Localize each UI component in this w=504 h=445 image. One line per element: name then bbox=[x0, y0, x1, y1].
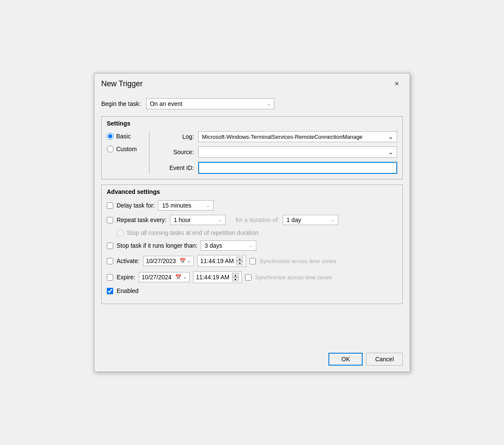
stop-longer-row: Stop task if it runs longer than: 3 days… bbox=[107, 240, 397, 251]
repeat-task-value: 1 hour bbox=[174, 217, 191, 223]
event-id-row: Event ID: 20521 bbox=[160, 162, 397, 174]
expire-label: Expire: bbox=[117, 274, 135, 281]
for-duration-value: 1 day bbox=[287, 217, 301, 223]
activate-checkbox[interactable] bbox=[107, 258, 113, 264]
begin-task-value: On an event bbox=[150, 100, 182, 107]
chevron-down-icon: ⌄ bbox=[267, 102, 270, 106]
log-dropdown[interactable]: Microsoft-Windows-TerminalServices-Remot… bbox=[198, 131, 397, 142]
activate-date-value: 10/27/2023 bbox=[146, 258, 176, 264]
repeat-task-select[interactable]: 1 hour ⌄ bbox=[170, 215, 226, 225]
expire-date-value: 10/27/2024 bbox=[142, 274, 172, 281]
dialog-title: New Trigger bbox=[101, 79, 143, 88]
expire-date-input[interactable]: 10/27/2024 📅 ⌄ bbox=[139, 272, 190, 282]
title-bar: New Trigger × bbox=[94, 73, 410, 93]
advanced-settings-box: Advanced settings Delay task for: 15 min… bbox=[101, 184, 403, 304]
source-label: Source: bbox=[160, 149, 194, 155]
activate-time-input[interactable]: 11:44:19 AM ▲ ▼ bbox=[197, 255, 246, 267]
repeat-task-row: Repeat task every: 1 hour ⌄ for a durati… bbox=[107, 215, 397, 225]
close-button[interactable]: × bbox=[391, 78, 403, 90]
delay-task-label: Delay task for: bbox=[117, 202, 155, 209]
expire-checkbox[interactable] bbox=[107, 274, 113, 281]
expire-spin-up-icon[interactable]: ▲ bbox=[232, 273, 239, 277]
delay-task-checkbox[interactable] bbox=[107, 202, 113, 209]
radio-custom-input[interactable] bbox=[107, 146, 114, 152]
expire-calendar-icon[interactable]: 📅 bbox=[175, 274, 182, 280]
advanced-legend: Advanced settings bbox=[107, 188, 397, 195]
for-duration-label: for a duration of: bbox=[236, 217, 279, 223]
expire-row: Expire: 10/27/2024 📅 ⌄ 11:44:19 AM ▲ ▼ S… bbox=[107, 271, 397, 283]
delay-task-value: 15 minutes bbox=[162, 202, 191, 209]
activate-sync-checkbox[interactable] bbox=[249, 258, 256, 264]
enabled-checkbox[interactable] bbox=[107, 288, 113, 294]
expire-sync-label: Synchronize across time zones bbox=[255, 274, 332, 281]
expire-time-spinner[interactable]: ▲ ▼ bbox=[232, 273, 239, 281]
calendar-icon[interactable]: 📅 bbox=[179, 258, 186, 264]
delay-task-select[interactable]: 15 minutes ⌄ bbox=[158, 200, 214, 211]
log-value: Microsoft-Windows-TerminalServices-Remot… bbox=[202, 134, 363, 140]
repeat-chevron-icon: ⌄ bbox=[218, 218, 222, 222]
expire-time-input[interactable]: 11:44:19 AM ▲ ▼ bbox=[193, 271, 242, 283]
fields-column: Log: Microsoft-Windows-TerminalServices-… bbox=[149, 131, 397, 174]
expire-sync-checkbox[interactable] bbox=[245, 274, 252, 281]
delay-task-row: Delay task for: 15 minutes ⌄ bbox=[107, 200, 397, 211]
stop-longer-chevron-icon: ⌄ bbox=[249, 243, 252, 248]
activate-label: Activate: bbox=[117, 258, 140, 264]
begin-task-row: Begin the task: On an event ⌄ bbox=[101, 97, 403, 111]
activate-row: Activate: 10/27/2023 📅 ⌄ 11:44:19 AM ▲ ▼… bbox=[107, 255, 397, 267]
radio-basic-label: Basic bbox=[116, 133, 131, 140]
activate-time-value: 11:44:19 AM bbox=[200, 258, 234, 264]
repeat-task-label: Repeat task every: bbox=[117, 217, 167, 223]
duration-chevron-icon: ⌄ bbox=[331, 218, 334, 222]
for-duration-group: for a duration of: 1 day ⌄ bbox=[236, 215, 338, 225]
dialog-content: Begin the task: On an event ⌄ Settings B… bbox=[94, 93, 410, 349]
source-dropdown[interactable]: ⌄ bbox=[198, 146, 397, 158]
radio-custom-label: Custom bbox=[116, 146, 137, 152]
settings-inner: Basic Custom Log: Microsoft-Windows-Term… bbox=[107, 131, 397, 174]
spin-down-icon[interactable]: ▼ bbox=[236, 261, 243, 265]
delay-chevron-icon: ⌄ bbox=[206, 203, 210, 208]
expire-date-chevron: ⌄ bbox=[183, 275, 187, 279]
settings-legend: Settings bbox=[107, 120, 397, 127]
new-trigger-dialog: New Trigger × Begin the task: On an even… bbox=[94, 73, 410, 372]
activate-sync-label: Synchronize across time zones bbox=[259, 258, 336, 264]
log-chevron-icon: ⌄ bbox=[388, 133, 393, 140]
event-id-input[interactable]: 20521 bbox=[198, 162, 397, 174]
stop-longer-label: Stop task if it runs longer than: bbox=[117, 242, 197, 249]
expire-spin-down-icon[interactable]: ▼ bbox=[232, 277, 239, 281]
stop-longer-checkbox[interactable] bbox=[107, 243, 113, 249]
source-chevron-icon: ⌄ bbox=[388, 149, 393, 155]
log-label: Log: bbox=[160, 133, 194, 140]
dialog-footer: OK Cancel bbox=[94, 349, 410, 372]
log-row: Log: Microsoft-Windows-TerminalServices-… bbox=[160, 131, 397, 142]
event-id-label: Event ID: bbox=[160, 164, 194, 171]
cancel-button[interactable]: Cancel bbox=[366, 353, 403, 366]
enabled-row: Enabled bbox=[107, 287, 397, 294]
spin-up-icon[interactable]: ▲ bbox=[236, 257, 243, 261]
begin-task-label: Begin the task: bbox=[101, 100, 141, 107]
stop-longer-value: 3 days bbox=[205, 242, 222, 249]
radio-basic-input[interactable] bbox=[107, 133, 114, 140]
radio-column: Basic Custom bbox=[107, 131, 149, 174]
for-duration-select[interactable]: 1 day ⌄ bbox=[283, 215, 338, 225]
begin-task-select[interactable]: On an event ⌄ bbox=[146, 98, 274, 109]
source-row: Source: ⌄ bbox=[160, 146, 397, 158]
activate-date-chevron: ⌄ bbox=[188, 259, 191, 263]
repeat-task-checkbox[interactable] bbox=[107, 217, 113, 223]
stop-all-checkbox[interactable] bbox=[117, 230, 123, 236]
settings-box: Settings Basic Custom Log: bbox=[101, 116, 403, 179]
stop-all-row: Stop all running tasks at end of repetit… bbox=[117, 229, 397, 236]
activate-time-spinner[interactable]: ▲ ▼ bbox=[236, 257, 243, 265]
radio-custom-item[interactable]: Custom bbox=[107, 146, 142, 152]
expire-time-value: 11:44:19 AM bbox=[196, 274, 230, 281]
enabled-label: Enabled bbox=[117, 287, 138, 294]
activate-date-input[interactable]: 10/27/2023 📅 ⌄ bbox=[143, 256, 194, 266]
radio-basic-item[interactable]: Basic bbox=[107, 133, 142, 140]
stop-longer-select[interactable]: 3 days ⌄ bbox=[201, 240, 256, 251]
stop-all-label: Stop all running tasks at end of repetit… bbox=[127, 229, 258, 236]
ok-button[interactable]: OK bbox=[328, 353, 363, 366]
